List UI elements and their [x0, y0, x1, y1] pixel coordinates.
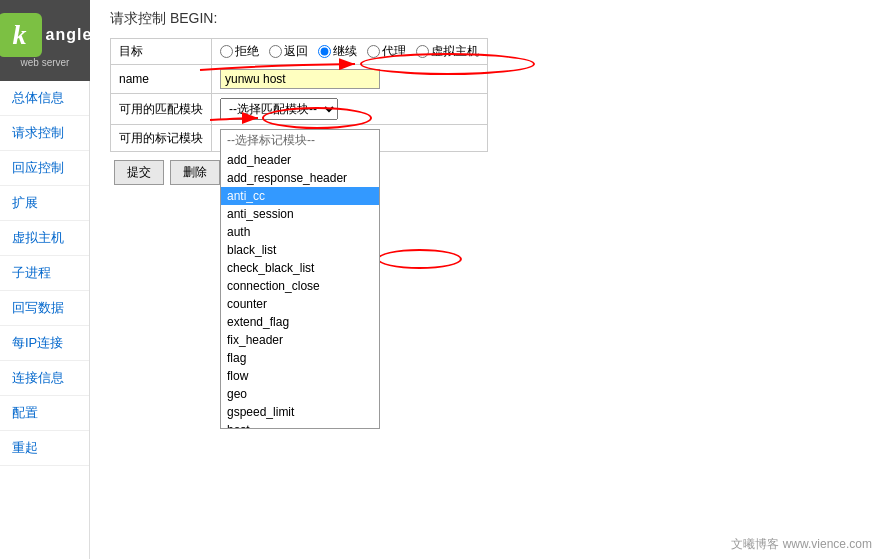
delete-button[interactable]: 删除: [170, 160, 220, 185]
radio-return-label: 返回: [284, 43, 308, 60]
radio-reject-label: 拒绝: [235, 43, 259, 60]
dropdown-item-gspeed_limit[interactable]: gspeed_limit: [221, 403, 379, 421]
table-row-tag: 可用的标记模块 --选择标记模块-- --选择标记模块--add_headera…: [111, 125, 488, 152]
radio-continue[interactable]: 继续: [318, 43, 357, 60]
tag-dropdown-container: --选择标记模块-- --选择标记模块--add_headeradd_respo…: [220, 129, 338, 151]
dropdown-item-anti_cc[interactable]: anti_cc: [221, 187, 379, 205]
radio-proxy[interactable]: 代理: [367, 43, 406, 60]
logo-area: k angle web server: [0, 0, 90, 81]
config-table: 目标 拒绝 返回 继续 代理 虚拟主机 name: [110, 38, 488, 152]
table-row-name: name: [111, 65, 488, 94]
radio-vhost[interactable]: 虚拟主机: [416, 43, 479, 60]
sidebar-item-回写数据[interactable]: 回写数据: [0, 291, 89, 326]
dropdown-item-anti_session[interactable]: anti_session: [221, 205, 379, 223]
dropdown-item-extend_flag[interactable]: extend_flag: [221, 313, 379, 331]
target-label: 目标: [111, 39, 212, 65]
radio-return-input[interactable]: [269, 45, 282, 58]
dropdown-item-black_list[interactable]: black_list: [221, 241, 379, 259]
match-label: 可用的匹配模块: [111, 94, 212, 125]
dropdown-item-check_black_list[interactable]: check_black_list: [221, 259, 379, 277]
sidebar-item-每IP连接[interactable]: 每IP连接: [0, 326, 89, 361]
sidebar-item-重起[interactable]: 重起: [0, 431, 89, 466]
sidebar-item-扩展[interactable]: 扩展: [0, 186, 89, 221]
radio-return[interactable]: 返回: [269, 43, 308, 60]
annotation-circle-anti-cc: [377, 249, 462, 269]
radio-proxy-input[interactable]: [367, 45, 380, 58]
sidebar-item-配置[interactable]: 配置: [0, 396, 89, 431]
dropdown-item-connection_close[interactable]: connection_close: [221, 277, 379, 295]
table-row-target: 目标 拒绝 返回 继续 代理 虚拟主机: [111, 39, 488, 65]
dropdown-item-add_header[interactable]: add_header: [221, 151, 379, 169]
tag-cell: --选择标记模块-- --选择标记模块--add_headeradd_respo…: [212, 125, 488, 152]
name-label: name: [111, 65, 212, 94]
dropdown-item-flag[interactable]: flag: [221, 349, 379, 367]
radio-continue-label: 继续: [333, 43, 357, 60]
radio-reject[interactable]: 拒绝: [220, 43, 259, 60]
dropdown-item-fix_header[interactable]: fix_header: [221, 331, 379, 349]
dropdown-item-auth[interactable]: auth: [221, 223, 379, 241]
dropdown-item-add_response_header[interactable]: add_response_header: [221, 169, 379, 187]
watermark: 文曦博客 www.vience.com: [731, 536, 872, 553]
radio-continue-input[interactable]: [318, 45, 331, 58]
dropdown-item-flow[interactable]: flow: [221, 367, 379, 385]
tag-dropdown-list[interactable]: --选择标记模块--add_headeradd_response_headera…: [220, 129, 380, 429]
sidebar: k angle web server 总体信息请求控制回应控制扩展虚拟主机子进程…: [0, 0, 90, 559]
match-module-select[interactable]: --选择匹配模块--: [220, 98, 338, 120]
dropdown-item-geo[interactable]: geo: [221, 385, 379, 403]
radio-group-target: 拒绝 返回 继续 代理 虚拟主机: [220, 43, 479, 60]
dropdown-item-__________[interactable]: --选择标记模块--: [221, 130, 379, 151]
logo-angle-text: angle: [46, 26, 93, 44]
sidebar-item-连接信息[interactable]: 连接信息: [0, 361, 89, 396]
name-input[interactable]: [220, 69, 380, 89]
sidebar-item-虚拟主机[interactable]: 虚拟主机: [0, 221, 89, 256]
sidebar-item-回应控制[interactable]: 回应控制: [0, 151, 89, 186]
table-row-match: 可用的匹配模块 --选择匹配模块--: [111, 94, 488, 125]
sidebar-item-子进程[interactable]: 子进程: [0, 256, 89, 291]
dropdown-item-counter[interactable]: counter: [221, 295, 379, 313]
tag-label: 可用的标记模块: [111, 125, 212, 152]
submit-button[interactable]: 提交: [114, 160, 164, 185]
radio-reject-input[interactable]: [220, 45, 233, 58]
match-cell: --选择匹配模块--: [212, 94, 488, 125]
logo-sub-text: web server: [21, 57, 70, 68]
radio-vhost-label: 虚拟主机: [431, 43, 479, 60]
radio-vhost-input[interactable]: [416, 45, 429, 58]
main-content: 请求控制 BEGIN: 目标 拒绝 返回 继续 代理 虚拟主机 nam: [90, 0, 882, 559]
sidebar-item-总体信息[interactable]: 总体信息: [0, 81, 89, 116]
name-cell: [212, 65, 488, 94]
target-options: 拒绝 返回 继续 代理 虚拟主机: [212, 39, 488, 65]
radio-proxy-label: 代理: [382, 43, 406, 60]
dropdown-item-host[interactable]: host: [221, 421, 379, 429]
sidebar-item-请求控制[interactable]: 请求控制: [0, 116, 89, 151]
section-title: 请求控制 BEGIN:: [110, 10, 862, 28]
logo-k-icon: k: [0, 13, 42, 57]
